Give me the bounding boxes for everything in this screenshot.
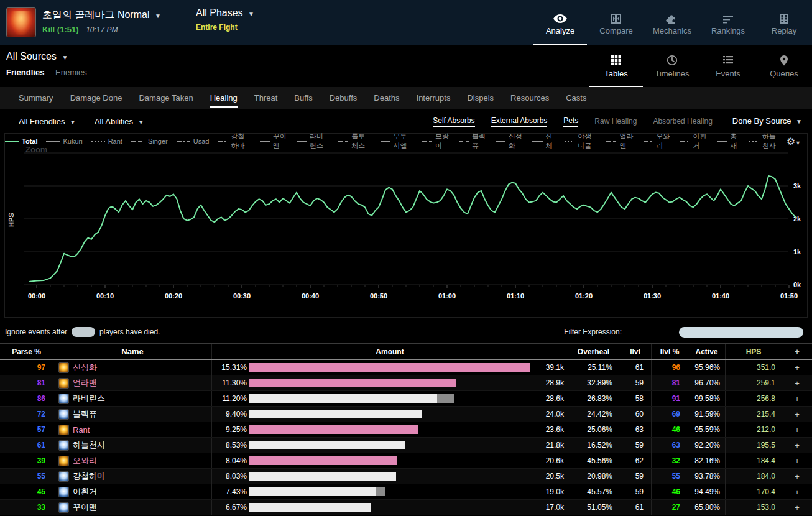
hps-value: 195.5: [725, 438, 782, 453]
table-row[interactable]: 33꾸이맨6.67%17.0k51.05%612765.80%153.0+: [0, 500, 812, 515]
expand-row-button[interactable]: +: [782, 438, 812, 453]
legend-line-sample: [297, 139, 307, 143]
player-name[interactable]: 하늘천사: [73, 440, 105, 451]
column-header-ilvl[interactable]: Ilvl: [619, 344, 651, 359]
tab-interrupts[interactable]: Interrupts: [417, 87, 451, 110]
column-header-plus[interactable]: +: [782, 344, 812, 359]
legend-item[interactable]: Singer: [131, 137, 168, 145]
table-row[interactable]: 45이흰거7.43%19.0k45.57%594694.49%170.4+: [0, 484, 812, 500]
healing-bar-segment: [249, 363, 530, 372]
compare-icon: [610, 11, 622, 24]
expand-row-button[interactable]: +: [782, 453, 812, 468]
boss-title-dropdown[interactable]: 초열의 골레마그 Normal ▼: [42, 9, 161, 22]
expand-row-button[interactable]: +: [782, 407, 812, 422]
expand-row-button[interactable]: +: [782, 360, 812, 375]
legend-item[interactable]: Usad: [177, 137, 210, 145]
table-row[interactable]: 86라비린스11.20%28.6k26.83%589199.58%256.8+: [0, 391, 812, 407]
player-name[interactable]: 신성화: [73, 362, 97, 373]
table-row[interactable]: 39오와리8.04%20.6k45.56%623282.16%184.4+: [0, 453, 812, 469]
amount-percent: 9.40%: [212, 410, 247, 418]
toggle-self-absorbs[interactable]: Self Absorbs: [433, 116, 474, 127]
tab-damage-taken[interactable]: Damage Taken: [139, 87, 193, 110]
view-queries[interactable]: Queries: [756, 45, 812, 87]
expand-row-button[interactable]: +: [782, 500, 812, 515]
item-level: 58: [619, 391, 651, 406]
player-name[interactable]: Rant: [73, 425, 90, 435]
nav-mechanics[interactable]: Mechanics: [644, 0, 700, 45]
deaths-count-input[interactable]: [72, 327, 95, 337]
player-name[interactable]: 오와리: [73, 455, 97, 466]
source-bar: All Sources ▼ Friendlies Enemies TablesT…: [0, 45, 812, 87]
done-by-source-dropdown[interactable]: Done By Source ▼: [732, 116, 802, 127]
table-row[interactable]: 97신성화15.31%39.1k25.11%619695.96%351.0+: [0, 360, 812, 375]
legend-item[interactable]: Total: [5, 137, 37, 145]
column-header-ilvl[interactable]: Ilvl %: [651, 344, 688, 359]
svg-text:1k: 1k: [793, 248, 801, 256]
nav-compare[interactable]: Compare: [588, 0, 644, 45]
all-abilities-dropdown[interactable]: All Abilities ▼: [95, 117, 144, 126]
toggle-external-absorbs[interactable]: External Absorbs: [491, 116, 548, 127]
player-name[interactable]: 라비린스: [73, 393, 105, 404]
player-name[interactable]: 블랙퓨: [73, 408, 97, 420]
column-header-hps[interactable]: HPS: [725, 344, 782, 359]
table-row[interactable]: 81얼라맨11.30%28.9k32.89%598196.70%259.1+: [0, 375, 812, 391]
tab-deaths[interactable]: Deaths: [374, 87, 399, 110]
column-header-overheal[interactable]: Overheal: [568, 344, 619, 359]
ilvl-parse-percent: 55: [651, 469, 688, 484]
table-row[interactable]: 57Rant9.25%23.6k25.06%634695.59%212.0+: [0, 422, 812, 438]
all-friendlies-dropdown[interactable]: All Friendlies ▼: [19, 117, 76, 126]
toggle-pets[interactable]: Pets: [563, 116, 578, 127]
column-header-amount[interactable]: Amount: [211, 344, 568, 359]
tab-debuffs[interactable]: Debuffs: [330, 87, 358, 110]
nav-analyze[interactable]: Analyze: [532, 0, 588, 45]
tab-damage-done[interactable]: Damage Done: [70, 87, 122, 110]
toggle-raw-healing[interactable]: Raw Healing: [594, 117, 637, 127]
expand-row-button[interactable]: +: [782, 484, 812, 499]
item-level: 60: [619, 407, 651, 422]
tab-dispels[interactable]: Dispels: [467, 87, 494, 110]
enemies-link[interactable]: Enemies: [55, 68, 87, 77]
tab-healing[interactable]: Healing: [210, 87, 238, 110]
view-tables[interactable]: Tables: [588, 45, 644, 87]
legend-item[interactable]: Rant: [91, 137, 122, 145]
column-header-name[interactable]: Name: [53, 344, 211, 359]
player-name[interactable]: 이흰거: [73, 486, 97, 497]
tab-threat[interactable]: Threat: [254, 87, 278, 110]
friendlies-link[interactable]: Friendlies: [6, 68, 44, 77]
tab-casts[interactable]: Casts: [566, 87, 586, 110]
nav-rankings[interactable]: Rankings: [700, 0, 756, 45]
column-header-parse[interactable]: Parse %: [0, 344, 53, 359]
all-sources-dropdown[interactable]: All Sources ▼: [6, 51, 68, 62]
column-header-active[interactable]: Active: [688, 344, 725, 359]
chart-settings-button[interactable]: ⚙▼: [787, 136, 801, 147]
chevron-down-icon: ▼: [248, 11, 254, 17]
active-percent: 92.20%: [688, 438, 725, 453]
tab-buffs[interactable]: Buffs: [294, 87, 312, 110]
tab-resources[interactable]: Resources: [510, 87, 549, 110]
expand-row-button[interactable]: +: [782, 469, 812, 484]
chevron-down-icon: ▼: [795, 140, 801, 146]
grid-icon: [611, 55, 622, 67]
expand-row-button[interactable]: +: [782, 375, 812, 390]
expand-row-button[interactable]: +: [782, 391, 812, 406]
table-row[interactable]: 55강철하마8.03%20.5k20.98%595593.78%184.0+: [0, 469, 812, 484]
view-timelines[interactable]: Timelines: [644, 45, 700, 87]
tab-summary[interactable]: Summary: [19, 87, 53, 110]
nav-replay[interactable]: Replay: [756, 0, 812, 45]
toggle-absorbed-healing[interactable]: Absorbed Healing: [653, 117, 712, 127]
boss-portrait-icon[interactable]: [6, 7, 36, 37]
legend-line-sample: [381, 139, 390, 143]
legend-item[interactable]: Kukuri: [46, 137, 82, 145]
filter-expression-input[interactable]: [679, 327, 803, 338]
player-name[interactable]: 강철하마: [73, 471, 105, 482]
player-name[interactable]: 얼라맨: [73, 377, 97, 389]
hps-line-chart[interactable]: 3k2k1k0k00:0000:1000:2000:3000:4000:5001…: [5, 147, 807, 317]
player-name[interactable]: 꾸이맨: [73, 502, 97, 513]
table-row[interactable]: 61하늘천사8.53%21.8k16.52%596392.20%195.5+: [0, 438, 812, 453]
amount-percent: 8.03%: [212, 472, 247, 481]
view-events[interactable]: Events: [700, 45, 756, 87]
phase-dropdown[interactable]: All Phases ▼ Entire Fight: [196, 7, 254, 32]
table-row[interactable]: 72블랙퓨9.40%24.0k24.42%606991.59%215.4+: [0, 407, 812, 422]
amount-value: 17.0k: [546, 503, 564, 512]
expand-row-button[interactable]: +: [782, 422, 812, 437]
